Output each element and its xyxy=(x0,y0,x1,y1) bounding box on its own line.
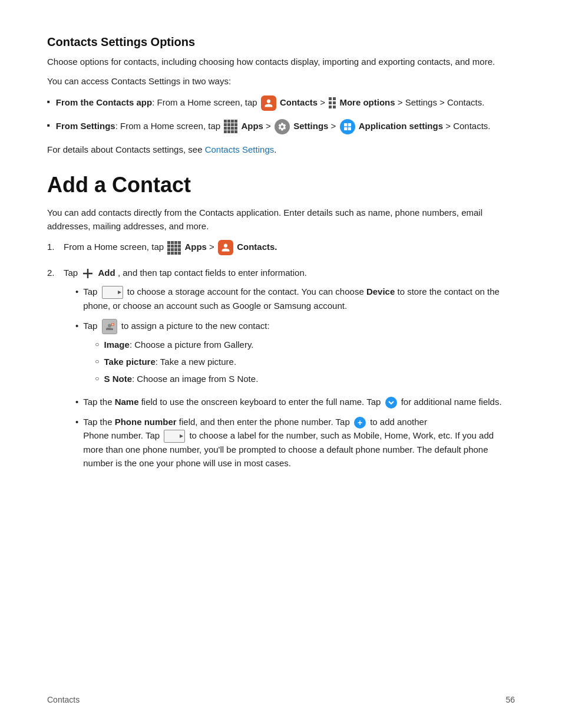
apps-icon-step1 xyxy=(167,241,181,255)
sub-step-name: Tap the Name field to use the onscreen k… xyxy=(75,395,515,409)
svg-point-2 xyxy=(108,324,111,327)
step-2: Tap Add , and then tap contact fields to… xyxy=(47,266,515,476)
picture-sub-list: Image: Choose a picture from Gallery. Ta… xyxy=(95,338,269,386)
settings-icon xyxy=(275,119,290,134)
sub2-content: Tap to assign a picture to t xyxy=(83,319,269,390)
footer-left: Contacts xyxy=(47,695,80,704)
photo-icon xyxy=(102,319,117,334)
contacts-settings-footer: For details about Contacts settings, see… xyxy=(47,143,515,156)
bullet1-content: From the Contacts app: From a Home scree… xyxy=(56,95,515,111)
bullet2-content: From Settings: From a Home screen, tap A… xyxy=(56,119,515,134)
contacts-settings-intro2: You can access Contacts Settings in two … xyxy=(47,74,515,88)
footer-right: 56 xyxy=(505,695,515,704)
step2-content: Tap Add , and then tap contact fields to… xyxy=(64,266,515,476)
contacts-icon-step1 xyxy=(218,240,233,255)
sub-image: Image: Choose a picture from Gallery. xyxy=(95,338,269,351)
bullet1-bold: From the Contacts app xyxy=(56,97,152,107)
step2-sub-list: Tap to choose a storage account for the … xyxy=(75,285,515,470)
page-footer: Contacts 56 xyxy=(47,695,515,704)
contacts-settings-section: Contacts Settings Options Choose options… xyxy=(47,35,515,156)
sub-snote: S Note: Choose an image from S Note. xyxy=(95,372,269,386)
add-contact-steps: From a Home screen, tap Apps > Contacts. xyxy=(47,240,515,476)
storage-icon xyxy=(102,286,123,299)
contacts-settings-bullet1: From the Contacts app: From a Home scree… xyxy=(47,95,515,111)
contacts-icon xyxy=(261,95,276,111)
contacts-settings-title: Contacts Settings Options xyxy=(47,35,515,49)
add-icon xyxy=(81,267,94,280)
sub-step-storage: Tap to choose a storage account for the … xyxy=(75,285,515,312)
sub-step-picture: Tap to assign a picture to t xyxy=(75,319,515,390)
app-settings-icon xyxy=(340,119,355,134)
step-1: From a Home screen, tap Apps > Contacts. xyxy=(47,240,515,255)
chevron-down-icon xyxy=(385,397,397,409)
more-options-icon xyxy=(329,97,336,108)
add-contact-title: Add a Contact xyxy=(47,173,515,197)
sub-take-picture: Take picture: Take a new picture. xyxy=(95,355,269,368)
sub1-content: Tap to choose a storage account for the … xyxy=(83,285,515,312)
page-content: Contacts Settings Options Choose options… xyxy=(0,0,562,533)
apps-icon xyxy=(224,120,237,133)
plus-circle-icon: + xyxy=(354,417,366,429)
contacts-settings-list: From the Contacts app: From a Home scree… xyxy=(47,95,515,134)
sub4-content: Tap the Phone number field, and then ent… xyxy=(83,415,515,470)
label-button-icon xyxy=(164,430,185,443)
sub-step-phone: Tap the Phone number field, and then ent… xyxy=(75,415,515,470)
step1-content: From a Home screen, tap Apps > Contacts. xyxy=(64,240,515,255)
contacts-settings-intro1: Choose options for contacts, including c… xyxy=(47,55,515,68)
add-contact-intro: You can add contacts directly from the C… xyxy=(47,206,515,233)
add-contact-section: Add a Contact You can add contacts direc… xyxy=(47,173,515,476)
contacts-settings-bullet2: From Settings: From a Home screen, tap A… xyxy=(47,119,515,134)
sub3-content: Tap the Name field to use the onscreen k… xyxy=(83,395,501,409)
contacts-settings-link[interactable]: Contacts Settings xyxy=(205,144,275,154)
